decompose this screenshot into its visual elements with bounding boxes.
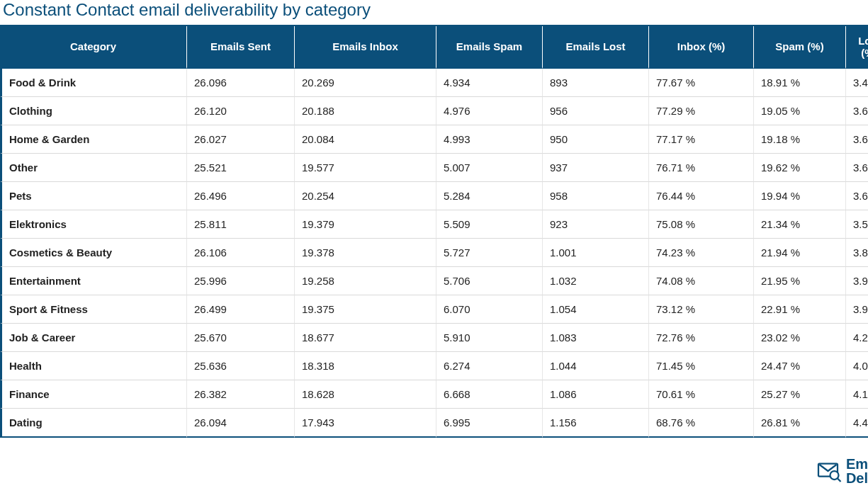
cell-lost-pct: 3.6 [846, 182, 868, 210]
cell-spam: 5.284 [436, 182, 543, 210]
cell-spam-pct: 21.94 % [754, 239, 846, 267]
col-category: Category [0, 26, 187, 69]
table-row: Home & Garden26.02720.0844.99395077.17 %… [0, 125, 868, 154]
cell-inbox-pct: 68.76 % [649, 409, 754, 438]
table-row: Clothing26.12020.1884.97695677.29 %19.05… [0, 97, 868, 125]
cell-lost-pct: 3.5 [846, 210, 868, 239]
cell-sent: 26.106 [187, 239, 295, 267]
col-lost-pct: Lost (%) [846, 26, 868, 69]
cell-inbox-pct: 74.08 % [649, 267, 754, 295]
cell-lost-pct: 3.6 [846, 97, 868, 125]
cell-lost: 950 [543, 125, 649, 154]
cell-category: Finance [0, 380, 187, 409]
cell-inbox: 20.269 [295, 69, 436, 97]
cell-inbox: 20.254 [295, 182, 436, 210]
cell-lost-pct: 4.1 [846, 380, 868, 409]
envelope-search-icon [816, 458, 842, 484]
deliverability-table: Category Emails Sent Emails Inbox Emails… [0, 26, 868, 438]
cell-spam: 6.070 [436, 295, 543, 324]
col-inbox-pct: Inbox (%) [649, 26, 754, 69]
cell-spam: 5.509 [436, 210, 543, 239]
cell-inbox: 19.375 [295, 295, 436, 324]
cell-spam-pct: 23.02 % [754, 324, 846, 352]
cell-inbox: 20.188 [295, 97, 436, 125]
table-row: Job & Career25.67018.6775.9101.08372.76 … [0, 324, 868, 352]
cell-spam: 4.934 [436, 69, 543, 97]
table-row: Finance26.38218.6286.6681.08670.61 %25.2… [0, 380, 868, 409]
page-title: Constant Contact email deliverability by… [0, 0, 868, 26]
cell-spam-pct: 25.27 % [754, 380, 846, 409]
cell-inbox-pct: 76.44 % [649, 182, 754, 210]
cell-sent: 26.499 [187, 295, 295, 324]
cell-category: Job & Career [0, 324, 187, 352]
table-row: Pets26.49620.2545.28495876.44 %19.94 %3.… [0, 182, 868, 210]
col-spam: Emails Spam [436, 26, 543, 69]
cell-lost-pct: 3.9 [846, 295, 868, 324]
cell-inbox: 17.943 [295, 409, 436, 438]
cell-lost: 956 [543, 97, 649, 125]
table-row: Health25.63618.3186.2741.04471.45 %24.47… [0, 352, 868, 380]
cell-spam-pct: 18.91 % [754, 69, 846, 97]
table-header-row: Category Emails Sent Emails Inbox Emails… [0, 26, 868, 69]
cell-lost-pct: 3.6 [846, 125, 868, 154]
cell-category: Entertainment [0, 267, 187, 295]
cell-spam: 5.727 [436, 239, 543, 267]
cell-sent: 26.382 [187, 380, 295, 409]
cell-inbox-pct: 74.23 % [649, 239, 754, 267]
table-container: Category Emails Sent Emails Inbox Emails… [0, 26, 868, 438]
cell-spam: 5.910 [436, 324, 543, 352]
cell-category: Elektronics [0, 210, 187, 239]
cell-category: Clothing [0, 97, 187, 125]
table-row: Entertainment25.99619.2585.7061.03274.08… [0, 267, 868, 295]
col-inbox: Emails Inbox [295, 26, 436, 69]
cell-spam-pct: 19.18 % [754, 125, 846, 154]
cell-inbox: 19.378 [295, 239, 436, 267]
cell-sent: 25.521 [187, 154, 295, 182]
table-row: Food & Drink26.09620.2694.93489377.67 %1… [0, 69, 868, 97]
svg-line-2 [838, 479, 841, 482]
cell-lost: 1.086 [543, 380, 649, 409]
cell-spam: 6.274 [436, 352, 543, 380]
cell-sent: 25.996 [187, 267, 295, 295]
cell-spam-pct: 21.34 % [754, 210, 846, 239]
cell-inbox-pct: 71.45 % [649, 352, 754, 380]
cell-spam-pct: 19.94 % [754, 182, 846, 210]
cell-category: Health [0, 352, 187, 380]
table-row: Elektronics25.81119.3795.50992375.08 %21… [0, 210, 868, 239]
cell-spam: 6.995 [436, 409, 543, 438]
cell-lost: 1.032 [543, 267, 649, 295]
cell-inbox: 19.577 [295, 154, 436, 182]
cell-lost-pct: 3.4 [846, 69, 868, 97]
cell-sent: 26.094 [187, 409, 295, 438]
cell-lost: 937 [543, 154, 649, 182]
cell-lost: 1.001 [543, 239, 649, 267]
cell-sent: 26.096 [187, 69, 295, 97]
cell-category: Home & Garden [0, 125, 187, 154]
cell-lost: 1.044 [543, 352, 649, 380]
table-row: Cosmetics & Beauty26.10619.3785.7271.001… [0, 239, 868, 267]
cell-inbox-pct: 77.29 % [649, 97, 754, 125]
cell-lost: 923 [543, 210, 649, 239]
cell-inbox-pct: 75.08 % [649, 210, 754, 239]
col-lost: Emails Lost [543, 26, 649, 69]
col-sent: Emails Sent [187, 26, 295, 69]
cell-spam-pct: 19.62 % [754, 154, 846, 182]
cell-spam-pct: 24.47 % [754, 352, 846, 380]
cell-spam-pct: 21.95 % [754, 267, 846, 295]
cell-inbox: 18.677 [295, 324, 436, 352]
cell-inbox: 20.084 [295, 125, 436, 154]
cell-inbox: 19.379 [295, 210, 436, 239]
cell-inbox: 18.628 [295, 380, 436, 409]
cell-sent: 26.120 [187, 97, 295, 125]
cell-spam: 5.706 [436, 267, 543, 295]
logo-text-2: Del [846, 471, 868, 485]
cell-lost: 1.156 [543, 409, 649, 438]
cell-spam: 4.993 [436, 125, 543, 154]
cell-spam: 5.007 [436, 154, 543, 182]
brand-logo: Em Del [816, 457, 868, 485]
cell-spam-pct: 26.81 % [754, 409, 846, 438]
cell-category: Pets [0, 182, 187, 210]
cell-spam-pct: 22.91 % [754, 295, 846, 324]
cell-category: Food & Drink [0, 69, 187, 97]
cell-inbox-pct: 77.67 % [649, 69, 754, 97]
